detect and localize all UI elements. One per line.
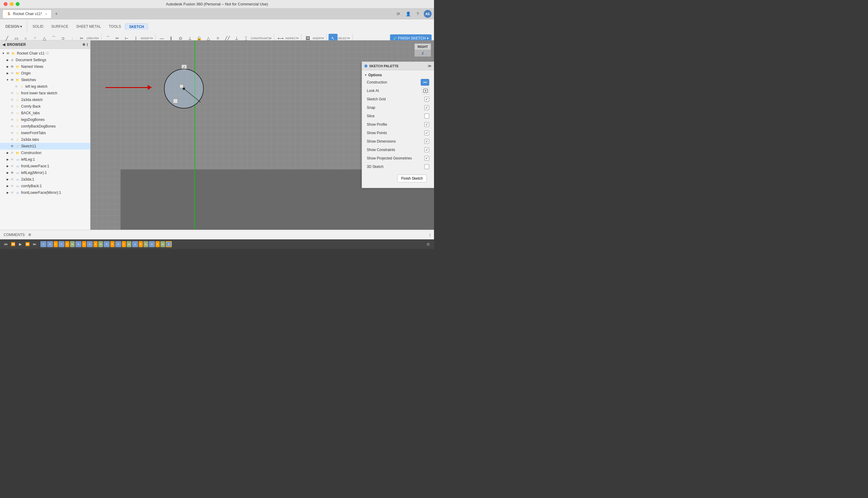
tree-item-root[interactable]: ▼ 👁 📁 Rocket Chair v11 ⓘ [0, 50, 90, 57]
tree-item-leftleg1[interactable]: ▶ 👁 ▭ leftLeg:1 [0, 156, 90, 163]
view-cube[interactable]: RIGHT Z [414, 43, 431, 60]
play-pause-button[interactable]: ▶ [17, 241, 24, 248]
user-avatar[interactable]: AE [424, 10, 431, 18]
timeline-item-18[interactable]: E [139, 241, 143, 247]
trim-tool[interactable]: ✂ [77, 34, 86, 43]
construction-button[interactable] [421, 79, 429, 86]
step-back-button[interactable]: ⏪ [10, 241, 16, 248]
visibility-icon-2a3da1[interactable]: 👁 [10, 177, 14, 182]
tree-item-left-leg-sketch[interactable]: 👁 □ left leg sketch [0, 83, 90, 90]
timeline-item-2[interactable]: S [47, 241, 53, 247]
point-tool[interactable]: · [68, 34, 77, 43]
sidebar-options-icon[interactable]: ⊞ [83, 43, 85, 46]
tree-item-2a3da-sketch[interactable]: 👁 □ 2a3da sketch [0, 96, 90, 103]
visibility-icon-legsdb[interactable]: 👁 [10, 117, 14, 122]
account-button[interactable]: 👤 [404, 10, 412, 17]
timeline-item-20[interactable]: S [149, 241, 155, 247]
new-tab-button[interactable]: + [53, 10, 60, 17]
timeline-item-14[interactable]: S [115, 241, 121, 247]
tree-item-2a3da1[interactable]: ▶ 👁 ▭ 2a3da:1 [0, 176, 90, 183]
help-button[interactable]: ? [414, 10, 421, 17]
timeline-item-17[interactable]: S [132, 241, 138, 247]
tree-item-lower-front-tabs[interactable]: 👁 □ lowerFrontTabs [0, 130, 90, 136]
tree-item-comfy-back[interactable]: 👁 □ Comfy Back [0, 103, 90, 110]
timeline-item-19[interactable]: M [144, 241, 148, 247]
visibility-icon-comfyback[interactable]: 👁 [10, 104, 14, 109]
timeline-item-4[interactable]: S [58, 241, 65, 247]
polygon-tool[interactable]: △ [40, 34, 49, 43]
visibility-icon-comfyback1[interactable]: 👁 [10, 184, 14, 188]
circle-sketch[interactable] [163, 67, 205, 110]
timeline-item-5[interactable]: E [65, 241, 69, 247]
timeline-item-15[interactable]: E [122, 241, 126, 247]
refresh-button[interactable]: ⟳ [395, 10, 402, 17]
select-dropdown[interactable]: SELECT▾ [338, 37, 350, 40]
tab-tools[interactable]: TOOLS [105, 24, 124, 29]
tree-item-construction[interactable]: ▶ 👁 📁 Construction [0, 149, 90, 156]
play-beginning-button[interactable]: ⏮ [2, 241, 9, 248]
inspect-dropdown[interactable]: INSPECT▾ [285, 37, 299, 40]
sidebar-collapse-left-icon[interactable]: ◀ [2, 42, 5, 47]
visibility-icon-construction[interactable]: 👁 [10, 150, 14, 155]
visibility-icon-flfmirror1[interactable]: 👁 [10, 190, 14, 195]
timeline-item-21[interactable]: E [156, 241, 160, 247]
line-tool[interactable]: ╱ [2, 34, 12, 43]
visibility-icon-named[interactable]: 👁 [10, 64, 14, 69]
minimize-button[interactable] [10, 2, 14, 6]
tab-sketch[interactable]: SKETCH [125, 24, 148, 30]
tree-item-sketch11[interactable]: 👁 □ Sketch11 [0, 143, 90, 149]
timeline-item-11[interactable]: M [98, 241, 103, 247]
tree-item-origin[interactable]: ▶ 👁 📁 Origin [0, 70, 90, 77]
visibility-icon-2a3da[interactable]: 👁 [10, 97, 14, 102]
tree-item-legs-dogbones[interactable]: 👁 □ legsDogBones [0, 116, 90, 123]
sketch-move-handle-left[interactable] [173, 99, 178, 103]
tree-item-front-lower-face-sketch[interactable]: 👁 □ front lower face sketch [0, 90, 90, 96]
modify-dropdown[interactable]: MODIFY▾ [141, 37, 153, 40]
timeline-item-6[interactable]: M [70, 241, 75, 247]
snap-checkbox[interactable] [424, 105, 429, 110]
constraints-dropdown[interactable]: CONSTRAINTS▾ [251, 37, 272, 40]
timeline-item-16[interactable]: M [126, 241, 131, 247]
palette-collapse-button[interactable]: ≫ [428, 64, 431, 68]
timeline-item-3[interactable]: E [54, 241, 58, 247]
tree-item-frontlowerface1[interactable]: ▶ 👁 ▭ frontLowerFace:1 [0, 163, 90, 169]
tree-item-sketches[interactable]: ▼ 👁 📁 Sketches [0, 77, 90, 83]
timeline-item-13[interactable]: E [110, 241, 115, 247]
visibility-icon-sketches[interactable]: 👁 [10, 78, 14, 82]
tab-surface[interactable]: SURFACE [48, 24, 72, 29]
timeline-item-1[interactable]: S [40, 241, 46, 247]
3d-sketch-checkbox[interactable] [424, 164, 429, 169]
show-profile-checkbox[interactable] [424, 122, 429, 127]
visibility-icon-sketch11[interactable]: 👁 [10, 144, 14, 149]
create-dropdown[interactable]: CREATE▾ [86, 37, 99, 40]
visibility-icon-cbdb[interactable]: 👁 [10, 124, 14, 129]
canvas[interactable]: ⤢ RIGHT Z [90, 40, 434, 230]
tab-sheet-metal[interactable]: SHEET METAL [72, 24, 105, 29]
palette-finish-sketch-button[interactable]: Finish Sketch [397, 174, 427, 182]
palette-options-section[interactable]: ▼ Options [362, 72, 434, 78]
tree-item-back-tabs[interactable]: 👁 □ BACK_tabs [0, 110, 90, 116]
timeline-item-7[interactable]: S [75, 241, 81, 247]
insert-dropdown[interactable]: INSERT▾ [312, 37, 324, 40]
visibility-icon-leftleg1[interactable]: 👁 [10, 157, 14, 162]
visibility-icon-llmirror[interactable]: 👁 [10, 170, 14, 175]
tree-item-leftleg-mirror1[interactable]: ▶ 👁 ▭ leftLeg(Mirror):1 [0, 169, 90, 176]
conic-tool[interactable]: ⊃ [58, 34, 67, 43]
visibility-icon-origin[interactable]: 👁 [10, 71, 14, 76]
comments-expand-icon[interactable]: ⊞ [28, 233, 31, 237]
visibility-icon-root[interactable]: 👁 [5, 51, 10, 56]
visibility-icon-flf[interactable]: 👁 [10, 91, 14, 95]
tree-item-flf-mirror1[interactable]: ▶ 👁 ▭ frontLowerFace(Mirror):1 [0, 189, 90, 196]
spline-tool[interactable]: ⌒ [49, 34, 58, 43]
design-menu[interactable]: DESIGN ▾ [2, 24, 25, 29]
tree-item-named-views[interactable]: ▶ 👁 📁 Named Views [0, 63, 90, 70]
visibility-icon-backtabs[interactable]: 👁 [10, 110, 14, 116]
tab-close-button[interactable]: × [45, 12, 47, 16]
visibility-icon-2a3databs[interactable]: 👁 [10, 137, 14, 142]
visibility-icon-llsketch[interactable]: 👁 [14, 84, 19, 89]
show-constraints-checkbox[interactable] [424, 147, 429, 152]
timeline-item-23[interactable]: S [166, 241, 172, 247]
show-points-checkbox[interactable] [424, 131, 429, 135]
sketch-grid-checkbox[interactable] [424, 97, 429, 102]
look-at-button[interactable] [422, 88, 429, 94]
